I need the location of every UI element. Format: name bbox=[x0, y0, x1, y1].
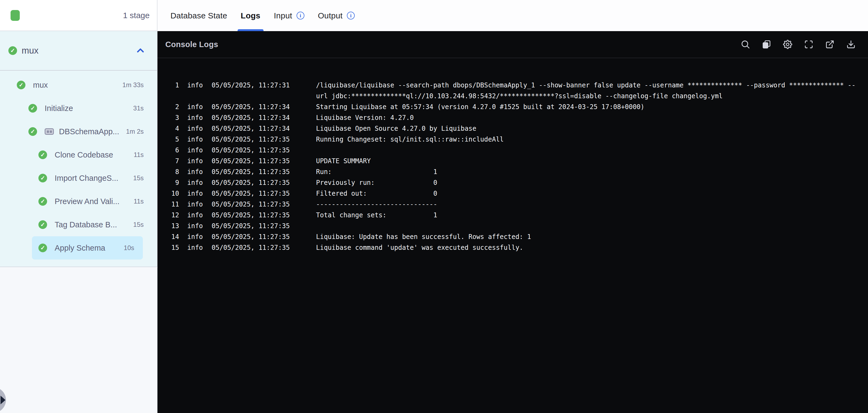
tree-item-label: DBSchemaApp... bbox=[59, 127, 119, 136]
log-timestamp: 05/05/2025, 11:27:35 bbox=[212, 177, 290, 188]
log-level: info bbox=[187, 112, 204, 123]
tree-item-apply-schema[interactable]: ✓Apply Schema10s bbox=[32, 236, 143, 260]
log-row: 9info05/05/2025, 11:27:35Previously run:… bbox=[168, 177, 868, 188]
toolbar-settings-button[interactable] bbox=[783, 40, 792, 49]
toolbar-open-in-new-button[interactable] bbox=[825, 40, 834, 49]
log-timestamp: 05/05/2025, 11:27:34 bbox=[212, 101, 290, 112]
step-duration: 15s bbox=[129, 221, 144, 229]
log-level: info bbox=[187, 167, 204, 177]
tab-database-state[interactable]: Database State bbox=[170, 0, 227, 31]
log-row: 15info05/05/2025, 11:27:35Liquibase comm… bbox=[168, 242, 868, 253]
log-line-number: 12 bbox=[168, 210, 179, 220]
log-timestamp: 05/05/2025, 11:27:31 bbox=[212, 80, 290, 91]
success-check-icon: ✓ bbox=[38, 197, 47, 206]
log-message bbox=[316, 220, 857, 231]
log-level: info bbox=[187, 177, 204, 188]
log-line-number: 13 bbox=[168, 220, 179, 231]
log-row: 6info05/05/2025, 11:27:35 bbox=[168, 145, 868, 156]
log-timestamp: 05/05/2025, 11:27:35 bbox=[212, 167, 290, 177]
console-toolbar bbox=[741, 40, 856, 49]
log-message: ------------------------------- bbox=[316, 199, 857, 210]
log-timestamp: 05/05/2025, 11:27:35 bbox=[212, 231, 290, 242]
tab-label: Database State bbox=[170, 11, 227, 20]
success-check-icon: ✓ bbox=[8, 46, 17, 55]
tree-item-dbschemaapp[interactable]: ✓DBSchemaApp...1m 2s bbox=[0, 120, 157, 143]
log-message: Total change sets: 1 bbox=[316, 210, 857, 220]
stage-status-square-icon bbox=[10, 10, 20, 21]
tree-item-initialize[interactable]: ✓Initialize31s bbox=[0, 97, 157, 120]
success-check-icon: ✓ bbox=[38, 243, 47, 252]
log-message: Liquibase command 'update' was executed … bbox=[316, 242, 857, 253]
log-line-number: 11 bbox=[168, 199, 179, 210]
settings-icon bbox=[783, 40, 792, 49]
success-check-icon: ✓ bbox=[17, 81, 25, 89]
log-row: 5info05/05/2025, 11:27:35Running Changes… bbox=[168, 134, 868, 145]
log-line-number: 15 bbox=[168, 242, 179, 253]
log-line-number: 8 bbox=[168, 167, 179, 177]
log-message: Filtered out: 0 bbox=[316, 188, 857, 199]
log-level: info bbox=[187, 188, 204, 199]
log-timestamp: 05/05/2025, 11:27:35 bbox=[212, 242, 290, 253]
stage-count-label: 1 stage bbox=[123, 11, 150, 20]
log-message: Liquibase: Update has been successful. R… bbox=[316, 231, 857, 242]
tree-item-tag-database-b[interactable]: ✓Tag Database B...15s bbox=[0, 213, 157, 236]
toolbar-search-button[interactable] bbox=[741, 40, 750, 49]
execution-step-tree: ✓mux1m 33s✓Initialize31s✓DBSchemaApp...1… bbox=[0, 71, 157, 260]
log-message: Previously run: 0 bbox=[316, 177, 857, 188]
fullscreen-icon bbox=[804, 40, 813, 49]
tree-item-mux[interactable]: ✓mux1m 33s bbox=[0, 73, 157, 97]
tab-label: Output bbox=[318, 11, 343, 20]
tree-item-label: Import ChangeS... bbox=[55, 174, 118, 183]
log-timestamp: 05/05/2025, 11:27:35 bbox=[212, 188, 290, 199]
detail-tab-bar: Database StateLogsInputiOutputi bbox=[157, 0, 868, 31]
tree-item-label: mux bbox=[33, 81, 48, 90]
execution-sidebar: ✓ mux ✓mux1m 33s✓Initialize31s✓DBSchemaA… bbox=[0, 31, 157, 267]
download-icon bbox=[846, 40, 856, 49]
step-duration: 31s bbox=[129, 105, 144, 112]
log-line-number: 3 bbox=[168, 112, 179, 123]
chevron-up-icon[interactable] bbox=[136, 46, 145, 55]
log-row: 10info05/05/2025, 11:27:35Filtered out: … bbox=[168, 188, 868, 199]
step-duration: 10s bbox=[119, 244, 134, 252]
log-message bbox=[316, 145, 857, 156]
tree-item-clone-codebase[interactable]: ✓Clone Codebase11s bbox=[0, 143, 157, 167]
tab-input[interactable]: Inputi bbox=[274, 0, 304, 31]
execution-summary-header: 1 stage bbox=[0, 0, 157, 31]
open-in-new-icon bbox=[825, 40, 834, 49]
log-message: Liquibase Version: 4.27.0 bbox=[316, 112, 857, 123]
step-duration: 1m 33s bbox=[118, 81, 144, 89]
toolbar-fullscreen-button[interactable] bbox=[804, 40, 813, 49]
log-line-number: 14 bbox=[168, 231, 179, 242]
log-message: Run: 1 bbox=[316, 167, 857, 177]
console-header: Console Logs bbox=[157, 31, 868, 58]
log-line-number: 7 bbox=[168, 156, 179, 167]
stage-group-label: mux bbox=[22, 46, 38, 56]
log-level: info bbox=[187, 210, 204, 220]
toolbar-copy-button[interactable] bbox=[762, 40, 771, 49]
tab-output[interactable]: Outputi bbox=[318, 0, 355, 31]
log-level: info bbox=[187, 123, 204, 134]
console-log-area[interactable]: 1info05/05/2025, 11:27:31/liquibase/liqu… bbox=[157, 58, 868, 253]
log-row: 1info05/05/2025, 11:27:31/liquibase/liqu… bbox=[168, 80, 868, 101]
log-timestamp: 05/05/2025, 11:27:34 bbox=[212, 112, 290, 123]
log-level: info bbox=[187, 101, 204, 112]
log-row: 3info05/05/2025, 11:27:34Liquibase Versi… bbox=[168, 112, 868, 123]
copy-icon bbox=[762, 40, 771, 49]
console-title: Console Logs bbox=[165, 40, 218, 49]
success-check-icon: ✓ bbox=[28, 127, 37, 136]
log-row: 8info05/05/2025, 11:27:35Run: 1 bbox=[168, 167, 868, 177]
log-row: 2info05/05/2025, 11:27:34Starting Liquib… bbox=[168, 101, 868, 112]
tree-item-preview-and-vali[interactable]: ✓Preview And Vali...11s bbox=[0, 190, 157, 213]
toolbar-download-button[interactable] bbox=[846, 40, 856, 49]
tree-item-label: Tag Database B... bbox=[55, 220, 117, 229]
tab-logs[interactable]: Logs bbox=[241, 0, 260, 31]
log-level: info bbox=[187, 134, 204, 145]
tree-item-label: Initialize bbox=[44, 104, 73, 113]
log-level: info bbox=[187, 145, 204, 156]
log-message: /liquibase/liquibase --search-path dbops… bbox=[316, 80, 857, 101]
stage-group-header[interactable]: ✓ mux bbox=[0, 31, 157, 70]
log-timestamp: 05/05/2025, 11:27:34 bbox=[212, 123, 290, 134]
log-timestamp: 05/05/2025, 11:27:35 bbox=[212, 199, 290, 210]
tree-item-import-changes[interactable]: ✓Import ChangeS...15s bbox=[0, 167, 157, 190]
log-message: Running Changeset: sql/init.sql::raw::in… bbox=[316, 134, 857, 145]
